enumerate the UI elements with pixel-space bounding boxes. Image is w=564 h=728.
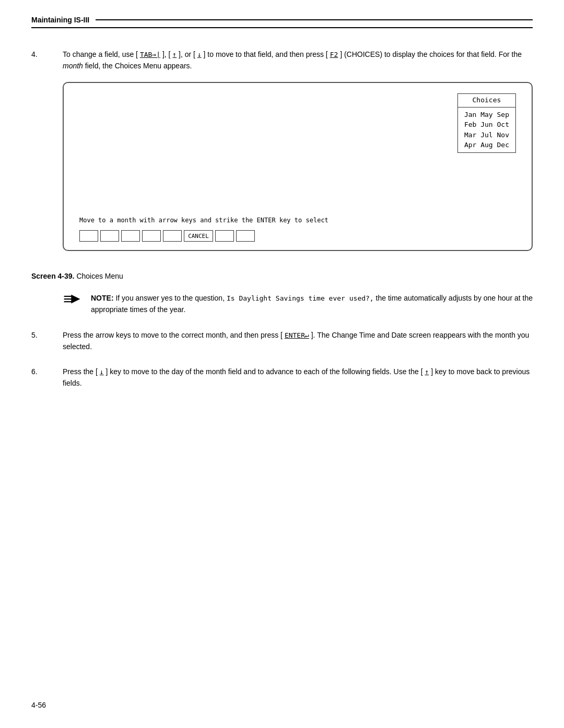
- choices-body: Jan May Sep Feb Jun Oct Mar Jul Nov Apr …: [458, 108, 515, 152]
- note-label: NOTE:: [91, 294, 114, 302]
- choices-title: Choices: [458, 94, 515, 107]
- header-rule: [96, 19, 533, 20]
- choices-wrapper: Choices Jan May Sep Feb Jun Oct Mar Jul …: [79, 93, 516, 152]
- up-arrow-key: ↑: [425, 368, 429, 376]
- choices-popup: Choices Jan May Sep Feb Jun Oct Mar Jul …: [457, 93, 516, 152]
- enter-key: ENTER↵: [285, 331, 309, 339]
- choices-row-3: Mar Jul Nov: [464, 130, 509, 140]
- choices-row-4: Apr Aug Dec: [464, 140, 509, 150]
- step-5: 5. Press the arrow keys to move to the c…: [31, 330, 533, 355]
- fn-key-8: [236, 230, 255, 242]
- note-content: NOTE: If you answer yes to the question,…: [91, 293, 533, 315]
- month-italic: month: [63, 62, 83, 70]
- svg-marker-3: [71, 295, 80, 304]
- f2-key: F2: [330, 51, 338, 58]
- fn-key-3: [121, 230, 140, 242]
- screen-caption: Screen 4-39. Choices Menu: [31, 272, 533, 280]
- fn-key-7: [215, 230, 234, 242]
- step-6-text: Press the [ ↓ ] key to move to the day o…: [63, 366, 533, 389]
- fn-key-1: [79, 230, 98, 242]
- step-5-content: Press the arrow keys to move to the corr…: [63, 330, 533, 355]
- step-6: 6. Press the [ ↓ ] key to move to the da…: [31, 366, 533, 392]
- down-arrow-key: ↓: [100, 368, 104, 376]
- step-list: 4. To change a field, use [ TAB→| ], [ ↑…: [31, 49, 533, 261]
- function-bar: CANCEL: [79, 230, 516, 242]
- step-4: 4. To change a field, use [ TAB→| ], [ ↑…: [31, 49, 533, 261]
- note-box: NOTE: If you answer yes to the question,…: [63, 293, 533, 315]
- note-text: NOTE: If you answer yes to the question,…: [91, 293, 533, 315]
- screen-box: Choices Jan May Sep Feb Jun Oct Mar Jul …: [63, 82, 533, 251]
- note-text-before: If you answer yes to the question,: [115, 294, 226, 302]
- screen-caption-label: Screen 4-39.: [31, 272, 75, 280]
- step-6-number: 6.: [31, 366, 63, 392]
- choices-row-2: Feb Jun Oct: [464, 120, 509, 130]
- page-number: 4-56: [31, 701, 46, 709]
- fn-key-2: [100, 230, 119, 242]
- page-footer: 4-56: [31, 701, 46, 709]
- fn-key-4: [142, 230, 161, 242]
- step-5-number: 5.: [31, 330, 63, 355]
- step-4-text: To change a field, use [ TAB→| ], [ ↑ ],…: [63, 49, 533, 71]
- step-4-number: 4.: [31, 49, 63, 261]
- note-arrow-icon: [63, 293, 81, 305]
- down-key: ↓: [197, 51, 202, 58]
- tab-key: TAB→|: [140, 51, 160, 58]
- screen-caption-text: Choices Menu: [76, 272, 123, 280]
- fn-key-5: [163, 230, 182, 242]
- page-header: Maintaining IS-III: [31, 16, 533, 28]
- up-key: ↑: [172, 51, 177, 58]
- note-icon: [63, 293, 86, 305]
- step-4-content: To change a field, use [ TAB→| ], [ ↑ ],…: [63, 49, 533, 261]
- cancel-key: CANCEL: [184, 230, 213, 242]
- header-title: Maintaining IS-III: [31, 16, 89, 24]
- step-5-text: Press the arrow keys to move to the corr…: [63, 330, 533, 352]
- choices-row-1: Jan May Sep: [464, 110, 509, 120]
- note-inline-code: Is Daylight Savings time ever used?,: [227, 294, 374, 302]
- screen-status: Move to a month with arrow keys and stri…: [79, 216, 516, 225]
- step-6-content: Press the [ ↓ ] key to move to the day o…: [63, 366, 533, 392]
